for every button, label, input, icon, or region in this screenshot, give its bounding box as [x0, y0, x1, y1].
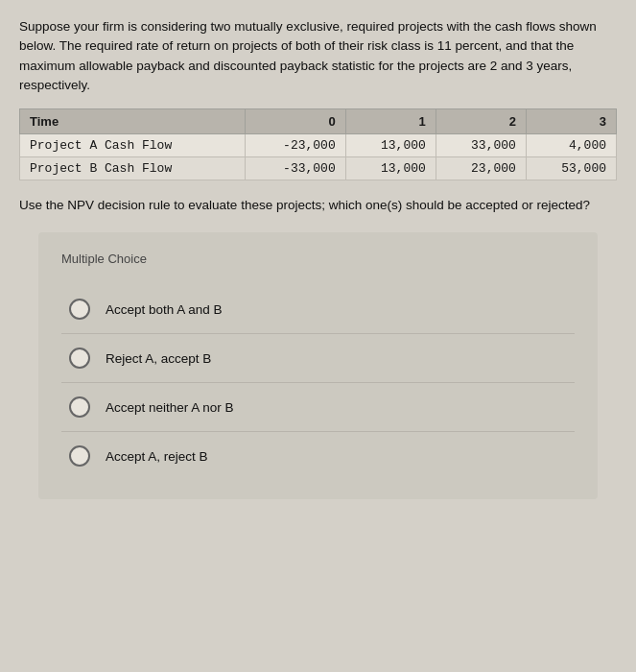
choice-option-d[interactable]: Accept A, reject B — [61, 432, 575, 480]
cash-flow-table: Time 0 1 2 3 Project A Cash Flow -23,000… — [19, 108, 617, 180]
radio-inner-c — [75, 402, 84, 412]
project-a-t1: 13,000 — [345, 134, 436, 157]
project-b-t0: -33,000 — [245, 157, 345, 180]
col-header-time: Time — [20, 109, 246, 134]
radio-d[interactable] — [69, 445, 90, 467]
radio-inner-d — [75, 451, 84, 461]
col-header-1: 1 — [345, 109, 436, 134]
project-a-label: Project A Cash Flow — [20, 134, 246, 157]
radio-inner-b — [75, 353, 84, 363]
table-row: Project B Cash Flow -33,000 13,000 23,00… — [20, 157, 617, 180]
choice-option-a[interactable]: Accept both A and B — [61, 285, 575, 334]
choice-option-b[interactable]: Reject A, accept B — [61, 334, 575, 383]
project-a-t0: -23,000 — [245, 134, 345, 157]
col-header-2: 2 — [436, 109, 526, 134]
radio-a[interactable] — [69, 299, 90, 320]
question-text: Suppose your firm is considering two mut… — [19, 17, 617, 95]
col-header-3: 3 — [526, 109, 616, 134]
radio-c[interactable] — [69, 396, 90, 418]
choice-text-c: Accept neither A nor B — [106, 400, 234, 415]
multiple-choice-label: Multiple Choice — [61, 252, 575, 266]
table-row: Project A Cash Flow -23,000 13,000 33,00… — [20, 134, 617, 157]
col-header-0: 0 — [245, 109, 345, 134]
choice-option-c[interactable]: Accept neither A nor B — [61, 383, 575, 432]
multiple-choice-container: Multiple Choice Accept both A and B Reje… — [38, 232, 598, 499]
project-a-t2: 33,000 — [436, 134, 526, 157]
choice-text-b: Reject A, accept B — [106, 351, 211, 366]
project-b-t2: 23,000 — [436, 157, 526, 180]
choice-text-a: Accept both A and B — [106, 302, 223, 317]
project-b-t3: 53,000 — [526, 157, 616, 180]
project-b-t1: 13,000 — [345, 157, 436, 180]
choice-text-d: Accept A, reject B — [106, 449, 208, 464]
radio-inner-a — [75, 304, 84, 314]
radio-b[interactable] — [69, 348, 90, 369]
project-a-t3: 4,000 — [526, 134, 616, 157]
project-b-label: Project B Cash Flow — [20, 157, 246, 180]
decision-text: Use the NPV decision rule to evaluate th… — [19, 196, 617, 215]
